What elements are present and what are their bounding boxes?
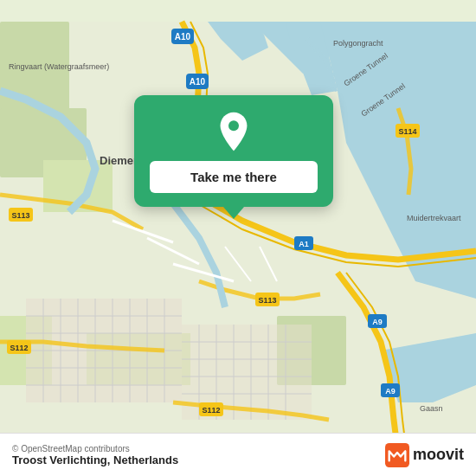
svg-text:S113: S113: [258, 296, 276, 305]
map-background: A10 A10 A1 A9 A9 S113 S113 S112 S112 S11…: [0, 0, 476, 476]
bottom-info: © OpenStreetMap contributors Troost Verl…: [12, 444, 178, 466]
moovit-logo: moovit: [385, 443, 464, 467]
location-name: Troost Verlichting, Netherlands: [12, 453, 178, 466]
bottom-bar: © OpenStreetMap contributors Troost Verl…: [0, 433, 476, 476]
svg-text:S112: S112: [10, 344, 28, 352]
svg-text:Ringvaart (Watergraafsmeer): Ringvaart (Watergraafsmeer): [9, 62, 109, 71]
svg-text:S112: S112: [202, 406, 220, 415]
moovit-text: moovit: [413, 446, 464, 464]
svg-text:A10: A10: [190, 77, 206, 87]
take-me-there-button[interactable]: Take me there: [150, 161, 318, 193]
svg-text:S113: S113: [11, 211, 29, 220]
svg-text:Muidertrekvaart: Muidertrekvaart: [407, 214, 461, 222]
popup-card: Take me there: [134, 95, 333, 207]
svg-point-64: [228, 120, 239, 131]
svg-text:Gaasn: Gaasn: [420, 404, 443, 413]
osm-attribution: © OpenStreetMap contributors: [12, 444, 178, 453]
location-pin-icon: [213, 111, 254, 152]
svg-text:A1: A1: [299, 240, 309, 248]
svg-text:Polygongracht: Polygongracht: [333, 39, 383, 48]
map-container: A10 A10 A1 A9 A9 S113 S113 S112 S112 S11…: [0, 0, 476, 476]
svg-text:A10: A10: [175, 32, 191, 42]
svg-text:Diemer: Diemer: [100, 154, 138, 167]
svg-text:S114: S114: [398, 127, 416, 136]
moovit-icon: [385, 443, 409, 467]
svg-text:A9: A9: [385, 387, 396, 396]
svg-text:A9: A9: [372, 318, 383, 326]
